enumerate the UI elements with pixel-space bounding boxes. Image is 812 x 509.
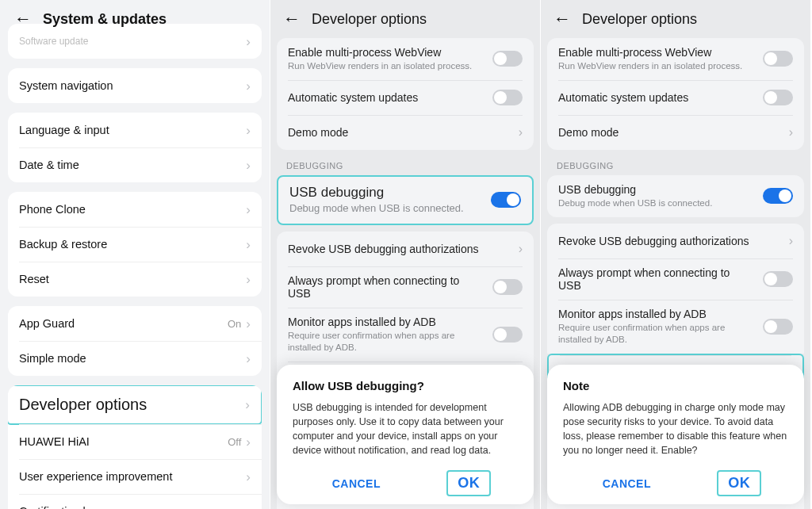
- row-demo-mode[interactable]: Demo mode›: [277, 115, 534, 150]
- row-automatic-system-updates[interactable]: Automatic system updates: [547, 80, 804, 115]
- chevron-right-icon: ›: [246, 273, 251, 286]
- row-subtitle: Run WebView renders in an isolated proce…: [558, 60, 755, 72]
- row-label: Certification logos: [19, 505, 110, 509]
- row-date-time[interactable]: Date & time›: [8, 147, 262, 182]
- row-subtitle: Require user confirmation when apps are …: [558, 322, 755, 346]
- toggle-switch[interactable]: [492, 279, 523, 295]
- row-subtitle: Run WebView renders in an isolated proce…: [288, 60, 485, 72]
- row-title: Enable multi-process WebView: [558, 46, 755, 59]
- dialog-title: Note: [563, 379, 788, 392]
- back-icon[interactable]: ←: [283, 9, 301, 29]
- row-meta: ›: [246, 273, 251, 286]
- row-phone-clone[interactable]: Phone Clone›: [8, 192, 262, 227]
- list-top: Enable multi-process WebViewRun WebView …: [277, 38, 534, 150]
- row-revoke-usb-debugging-authorizations[interactable]: Revoke USB debugging authorizations›: [277, 232, 534, 266]
- row-enable-multi-process-webview[interactable]: Enable multi-process WebViewRun WebView …: [547, 38, 804, 80]
- row-subtitle: Require user confirmation when apps are …: [288, 330, 485, 354]
- row-app-guard[interactable]: App GuardOn›: [8, 306, 262, 341]
- row-huawei-hiai[interactable]: HUAWEI HiAIOff›: [8, 424, 262, 459]
- pane-developer-options-usb-dialog: ← Developer options Enable multi-process…: [270, 0, 541, 509]
- chevron-right-icon: ›: [246, 470, 251, 484]
- header: ← Developer options: [270, 0, 540, 38]
- ok-button[interactable]: OK: [446, 470, 491, 496]
- row-monitor-apps-installed-by-adb[interactable]: Monitor apps installed by ADBRequire use…: [277, 308, 534, 362]
- row-text: Monitor apps installed by ADBRequire use…: [288, 316, 492, 354]
- row-title: Revoke USB debugging authorizations: [558, 235, 781, 247]
- row-title: Always prompt when connecting to USB: [288, 274, 485, 300]
- row-meta: Off›: [228, 435, 251, 449]
- row-automatic-system-updates[interactable]: Automatic system updates: [277, 80, 534, 115]
- ok-button[interactable]: OK: [717, 470, 761, 496]
- row-text: Revoke USB debugging authorizations: [558, 235, 789, 247]
- row-enable-multi-process-webview[interactable]: Enable multi-process WebViewRun WebView …: [277, 38, 534, 80]
- usb-debugging-highlight: USB debuggingDebug mode when USB is conn…: [277, 175, 534, 225]
- row-title: Enable multi-process WebView: [288, 46, 485, 59]
- row-text: Revoke USB debugging authorizations: [288, 243, 519, 255]
- section-label-debugging: DEBUGGING: [270, 150, 540, 175]
- dialog-allow-usb-debugging: Allow USB debugging? USB debugging is in…: [277, 365, 534, 505]
- row-title: Always prompt when connecting to USB: [558, 266, 755, 292]
- chevron-right-icon: ›: [789, 234, 793, 248]
- row-label: Developer options: [19, 396, 147, 414]
- dialog-title: Allow USB debugging?: [293, 379, 518, 392]
- toggle-switch[interactable]: [763, 319, 793, 335]
- section-label-debugging: DEBUGGING: [541, 150, 810, 175]
- row-text: Demo mode: [288, 126, 519, 139]
- cancel-button[interactable]: CANCEL: [590, 473, 664, 495]
- toggle-switch[interactable]: [763, 51, 793, 67]
- row-subtitle: Debug mode when USB is connected.: [289, 202, 483, 216]
- row-meta: ›: [246, 470, 251, 484]
- dialog-actions: CANCEL OK: [293, 469, 518, 496]
- toggle-switch[interactable]: [492, 90, 523, 105]
- list-top: Enable multi-process WebViewRun WebView …: [547, 38, 804, 150]
- back-icon[interactable]: ←: [553, 9, 571, 29]
- dialog-body: USB debugging is intended for developmen…: [293, 400, 518, 458]
- row-text: USB debuggingDebug mode when USB is conn…: [289, 185, 491, 216]
- row-text: Automatic system updates: [288, 91, 492, 104]
- row-title: Monitor apps installed by ADB: [288, 316, 485, 328]
- row-usb-debugging[interactable]: USB debuggingDebug mode when USB is conn…: [547, 175, 804, 217]
- header: ← Developer options: [541, 0, 810, 38]
- row-label: Language & input: [19, 124, 109, 136]
- settings-card: Phone Clone›Backup & restore›Reset›: [8, 192, 262, 297]
- row-developer-options[interactable]: Developer options›: [8, 385, 262, 425]
- pane-developer-options-adb-dialog: ← Developer options Enable multi-process…: [541, 0, 811, 509]
- toggle-switch[interactable]: [763, 271, 793, 287]
- row-label: Backup & restore: [19, 238, 107, 251]
- row-certification-logos[interactable]: Certification logos›: [8, 494, 262, 509]
- row-text: Always prompt when connecting to USB: [558, 266, 763, 292]
- dialog-actions: CANCEL OK: [563, 469, 788, 496]
- chevron-right-icon: ›: [246, 35, 251, 48]
- row-revoke-usb-debugging-authorizations[interactable]: Revoke USB debugging authorizations›: [547, 224, 804, 258]
- row-system-navigation[interactable]: System navigation›: [8, 68, 262, 103]
- row-software-update[interactable]: Software update ›: [8, 24, 262, 59]
- row-label: HUAWEI HiAI: [19, 435, 90, 448]
- toggle-switch[interactable]: [763, 90, 793, 105]
- toggle-switch[interactable]: [763, 188, 793, 204]
- row-demo-mode[interactable]: Demo mode›: [547, 115, 804, 150]
- row-meta: ›: [246, 352, 251, 365]
- page-title: Developer options: [312, 11, 427, 28]
- settings-card: System navigation›: [8, 68, 262, 103]
- row-title: USB debugging: [558, 183, 755, 196]
- row-label: User experience improvement: [19, 470, 172, 483]
- row-label: App Guard: [19, 317, 75, 330]
- toggle-switch[interactable]: [491, 192, 521, 208]
- row-usb-debugging[interactable]: USB debuggingDebug mode when USB is conn…: [278, 177, 532, 224]
- row-always-prompt-when-connecting-to-usb[interactable]: Always prompt when connecting to USB: [277, 266, 534, 308]
- row-language-input[interactable]: Language & input›: [8, 113, 262, 147]
- toggle-switch[interactable]: [492, 327, 523, 343]
- row-reset[interactable]: Reset›: [8, 262, 262, 297]
- chevron-right-icon: ›: [246, 238, 251, 251]
- row-meta: ›: [246, 238, 251, 251]
- row-always-prompt-when-connecting-to-usb[interactable]: Always prompt when connecting to USB: [547, 258, 804, 300]
- row-user-experience-improvement[interactable]: User experience improvement›: [8, 459, 262, 494]
- cancel-button[interactable]: CANCEL: [320, 473, 393, 495]
- row-simple-mode[interactable]: Simple mode›: [8, 341, 262, 376]
- chevron-right-icon: ›: [246, 159, 251, 172]
- row-text: Enable multi-process WebViewRun WebView …: [558, 46, 763, 72]
- row-title: Monitor apps installed by ADB: [558, 308, 755, 320]
- row-monitor-apps-installed-by-adb[interactable]: Monitor apps installed by ADBRequire use…: [547, 300, 804, 354]
- row-backup-restore[interactable]: Backup & restore›: [8, 227, 262, 262]
- toggle-switch[interactable]: [492, 51, 523, 67]
